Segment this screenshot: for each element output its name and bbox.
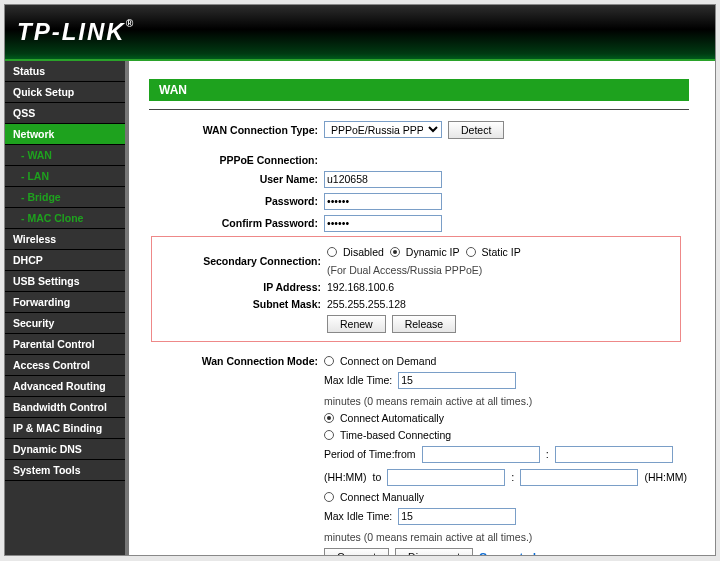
period-label: Period of Time:from xyxy=(324,448,416,460)
sidebar-fill xyxy=(5,481,125,555)
nav-mac-clone[interactable]: - MAC Clone xyxy=(5,208,125,229)
radio-static-label: Static IP xyxy=(482,246,521,258)
radio-dynamic-ip[interactable] xyxy=(390,247,400,257)
radio-dynamic-label: Dynamic IP xyxy=(406,246,460,258)
nav-usb-settings[interactable]: USB Settings xyxy=(5,271,125,292)
period-to-hh[interactable] xyxy=(387,469,505,486)
nav-security[interactable]: Security xyxy=(5,313,125,334)
wan-conn-type-select[interactable]: PPPoE/Russia PPPoE xyxy=(324,121,442,138)
nav-dynamic-dns[interactable]: Dynamic DNS xyxy=(5,439,125,460)
subnet-mask-label: Subnet Mask: xyxy=(152,298,327,310)
nav-wireless[interactable]: Wireless xyxy=(5,229,125,250)
nav-bridge[interactable]: - Bridge xyxy=(5,187,125,208)
period-to-mm[interactable] xyxy=(520,469,638,486)
main: Status Quick Setup QSS Network - WAN - L… xyxy=(5,61,715,555)
ip-address-value: 192.168.100.6 xyxy=(327,281,394,293)
username-label: User Name: xyxy=(149,173,324,185)
radio-auto[interactable] xyxy=(324,413,334,423)
release-button[interactable]: Release xyxy=(392,315,457,333)
period-from-hh[interactable] xyxy=(422,446,540,463)
ip-address-label: IP Address: xyxy=(152,281,327,293)
period-hhmm-1: (HH:MM) xyxy=(324,471,367,483)
wan-conn-type-label: WAN Connection Type: xyxy=(149,124,324,136)
manual-label: Connect Manually xyxy=(340,491,424,503)
nav-advanced-routing[interactable]: Advanced Routing xyxy=(5,376,125,397)
connection-status: Connected xyxy=(479,551,536,556)
max-idle-input-2[interactable] xyxy=(398,508,516,525)
nav-status[interactable]: Status xyxy=(5,61,125,82)
nav-system-tools[interactable]: System Tools xyxy=(5,460,125,481)
username-input[interactable] xyxy=(324,171,442,188)
wan-mode-label: Wan Connection Mode: xyxy=(149,355,324,367)
nav-ip-mac-binding[interactable]: IP & MAC Binding xyxy=(5,418,125,439)
minutes-hint-1: minutes (0 means remain active at all ti… xyxy=(324,395,532,407)
renew-button[interactable]: Renew xyxy=(327,315,386,333)
radio-static-ip[interactable] xyxy=(466,247,476,257)
router-admin-window: TP-LINK® Status Quick Setup QSS Network … xyxy=(4,4,716,556)
nav-parental-control[interactable]: Parental Control xyxy=(5,334,125,355)
content: WAN WAN Connection Type: PPPoE/Russia PP… xyxy=(129,61,715,555)
auto-label: Connect Automatically xyxy=(340,412,444,424)
secondary-conn-label: Secondary Connection: xyxy=(152,255,327,267)
divider xyxy=(149,109,689,110)
brand-logo: TP-LINK® xyxy=(17,18,135,46)
minutes-hint-2: minutes (0 means remain active at all ti… xyxy=(324,531,532,543)
nav-quick-setup[interactable]: Quick Setup xyxy=(5,82,125,103)
period-hhmm-2: (HH:MM) xyxy=(644,471,687,483)
max-idle-input-1[interactable] xyxy=(398,372,516,389)
page-title: WAN xyxy=(149,79,689,101)
radio-manual[interactable] xyxy=(324,492,334,502)
connect-button[interactable]: Connect xyxy=(324,548,389,556)
confirm-password-input[interactable] xyxy=(324,215,442,232)
nav-wan[interactable]: - WAN xyxy=(5,145,125,166)
nav-access-control[interactable]: Access Control xyxy=(5,355,125,376)
radio-disabled[interactable] xyxy=(327,247,337,257)
period-from-mm[interactable] xyxy=(555,446,673,463)
radio-on-demand[interactable] xyxy=(324,356,334,366)
sidebar: Status Quick Setup QSS Network - WAN - L… xyxy=(5,61,129,555)
radio-time-based[interactable] xyxy=(324,430,334,440)
nav-lan[interactable]: - LAN xyxy=(5,166,125,187)
secondary-hint: (For Dual Access/Russia PPPoE) xyxy=(327,264,482,276)
nav-forwarding[interactable]: Forwarding xyxy=(5,292,125,313)
nav-qss[interactable]: QSS xyxy=(5,103,125,124)
subnet-mask-value: 255.255.255.128 xyxy=(327,298,406,310)
password-label: Password: xyxy=(149,195,324,207)
period-to: to xyxy=(373,471,382,483)
password-input[interactable] xyxy=(324,193,442,210)
secondary-connection-box: Secondary Connection: Disabled Dynamic I… xyxy=(151,236,681,342)
time-based-label: Time-based Connecting xyxy=(340,429,451,441)
header: TP-LINK® xyxy=(5,5,715,61)
nav-network[interactable]: Network xyxy=(5,124,125,145)
on-demand-label: Connect on Demand xyxy=(340,355,436,367)
disconnect-button[interactable]: Disconnect xyxy=(395,548,473,556)
detect-button[interactable]: Detect xyxy=(448,121,504,139)
max-idle-label-2: Max Idle Time: xyxy=(324,510,392,522)
pppoe-heading: PPPoE Connection: xyxy=(149,154,324,166)
radio-disabled-label: Disabled xyxy=(343,246,384,258)
confirm-password-label: Confirm Password: xyxy=(149,217,324,229)
nav-dhcp[interactable]: DHCP xyxy=(5,250,125,271)
max-idle-label-1: Max Idle Time: xyxy=(324,374,392,386)
nav-bandwidth-control[interactable]: Bandwidth Control xyxy=(5,397,125,418)
